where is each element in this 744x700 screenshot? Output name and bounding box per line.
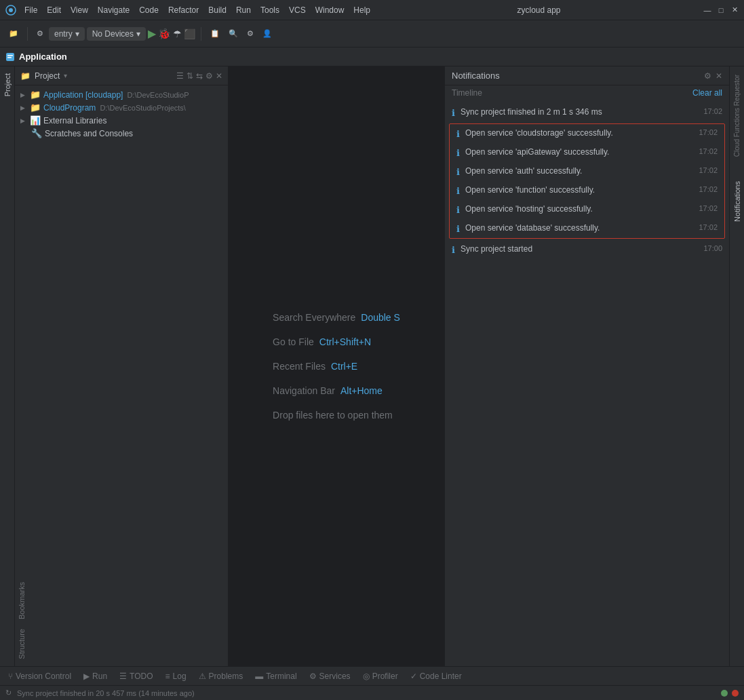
menu-vcs[interactable]: VCS <box>285 4 310 16</box>
notifications-panel: Notifications ⚙ ✕ Timeline Clear all ℹ S… <box>444 66 729 666</box>
notif-time-2: 17:02 <box>699 147 718 155</box>
menu-edit[interactable]: Edit <box>43 4 65 16</box>
toolbar-left: 📁 <box>5 27 22 40</box>
menu-file[interactable]: File <box>20 4 41 16</box>
tab-label-run: Run <box>92 672 107 681</box>
tab-code-linter[interactable]: ✓ Code Linter <box>405 669 467 684</box>
status-indicators <box>721 690 739 697</box>
status-bar: ↻ Sync project finished in 20 s 457 ms (… <box>0 685 744 700</box>
tab-todo[interactable]: ☰ TODO <box>114 669 158 684</box>
tab-run[interactable]: ▶ Run <box>78 669 113 684</box>
tab-problems[interactable]: ⚠ Problems <box>193 669 249 684</box>
devices-chevron-icon: ▾ <box>136 29 140 39</box>
hint-navigation-bar: Navigation Bar Alt+Home <box>273 385 383 396</box>
tab-services[interactable]: ⚙ Services <box>304 669 356 684</box>
bookmarks-label[interactable]: Bookmarks <box>18 582 26 619</box>
clear-all-button[interactable]: Clear all <box>692 88 722 98</box>
menu-refactor[interactable]: Refactor <box>164 4 203 16</box>
chart-icon-external: 📊 <box>30 115 41 125</box>
menu-run[interactable]: Run <box>232 4 255 16</box>
status-text: Sync project finished in 20 s 457 ms (14… <box>17 689 716 697</box>
toolbar-right: 📋 🔍 ⚙ 👤 <box>207 27 275 40</box>
svg-rect-4 <box>7 57 12 58</box>
toolbar-project-icon[interactable]: 📁 <box>5 27 22 40</box>
notif-settings-icon[interactable]: ⚙ <box>704 71 711 81</box>
notifications-strip-label[interactable]: Notifications <box>732 176 743 227</box>
todo-icon: ☰ <box>119 672 127 681</box>
notif-text-0: Sync project finished in 2 m 1 s 346 ms <box>461 107 698 117</box>
tree-item-cloudprogram[interactable]: ▶ 📁 CloudProgram D:\DevEcoStudioProjects… <box>15 101 228 114</box>
tab-log[interactable]: ≡ Log <box>160 669 192 684</box>
search-btn[interactable]: 🔍 <box>225 27 241 40</box>
notif-item-7: ℹ Sync project started 17:00 <box>445 240 729 259</box>
panel-close-icon[interactable]: ✕ <box>216 71 222 81</box>
project-dropdown-icon[interactable]: ▾ <box>64 72 67 79</box>
left-strip-project-icon[interactable]: Project <box>2 69 13 100</box>
project-panel-header: 📁 Project ▾ ☰ ⇅ ⇆ ⚙ ✕ <box>15 66 228 85</box>
editor-area: Search Everywhere Double S Go to File Ct… <box>229 66 444 666</box>
side-labels: Bookmarks Structure <box>15 375 228 666</box>
cloud-functions-strip-label[interactable]: Cloud Functions Requestor <box>732 69 742 162</box>
tree-path-cloudprogram: D:\DevEcoStudioProjects\ <box>100 104 186 112</box>
menu-view[interactable]: View <box>66 4 92 16</box>
tree-item-external-libs[interactable]: ▶ 📊 External Libraries <box>15 114 228 127</box>
menu-tools[interactable]: Tools <box>256 4 283 16</box>
stop-button[interactable]: ⬛ <box>184 28 195 39</box>
tree-arrow-external: ▶ <box>20 117 27 124</box>
window-controls: — □ ✕ <box>703 6 739 14</box>
hint-drop-files: Drop files here to open them <box>273 410 393 421</box>
notif-highlighted-group: ℹ Open service 'cloudstorage' successful… <box>449 123 725 239</box>
minimize-button[interactable]: — <box>703 6 711 14</box>
hint-label-recent: Recent Files <box>273 361 326 372</box>
notif-info-icon-6: ℹ <box>456 224 460 234</box>
panel-expand-icon[interactable]: ⇅ <box>187 71 193 81</box>
tab-version-control[interactable]: ⑂ Version Control <box>3 669 77 684</box>
entry-label: entry <box>54 29 73 39</box>
panel-settings-icon[interactable]: ⚙ <box>205 71 213 81</box>
devices-label: No Devices <box>92 29 134 39</box>
panel-collapse-icon[interactable]: ⇆ <box>196 71 203 81</box>
settings-icon[interactable]: ⚙ <box>33 27 47 40</box>
notif-close-icon[interactable]: ✕ <box>716 71 722 81</box>
timeline-label: Timeline <box>452 88 482 98</box>
coverage-button[interactable]: ☂ <box>173 28 182 39</box>
app-logo <box>5 5 16 16</box>
notif-text-6: Open service 'database' successfully. <box>465 223 693 233</box>
tree-item-scratches[interactable]: 🔧 Scratches and Consoles <box>15 127 228 140</box>
menu-build[interactable]: Build <box>204 4 231 16</box>
maximize-button[interactable]: □ <box>717 6 725 14</box>
app-window-title: zycloud app <box>374 5 703 15</box>
notif-time-6: 17:02 <box>699 223 718 231</box>
folder-icon-application: 📁 <box>30 90 41 100</box>
run-button[interactable]: ▶ <box>148 27 156 40</box>
tab-terminal[interactable]: ▬ Terminal <box>250 669 302 684</box>
panel-layout-icon[interactable]: ☰ <box>176 71 184 81</box>
tree-item-application[interactable]: ▶ 📁 Application [cloudapp] D:\DevEcoStud… <box>15 88 228 101</box>
version-control-icon: ⑂ <box>8 672 13 681</box>
menu-navigate[interactable]: Navigate <box>94 4 134 16</box>
gear-btn[interactable]: ⚙ <box>243 27 257 40</box>
log-icon: ≡ <box>165 672 170 681</box>
notif-item-0: ℹ Sync project finished in 2 m 1 s 346 m… <box>445 103 729 122</box>
notif-text-7: Sync project started <box>461 244 698 254</box>
tree-label-cloudprogram: CloudProgram <box>43 103 96 113</box>
run-tab-icon: ▶ <box>83 672 90 681</box>
app-icon <box>5 52 15 62</box>
account-btn[interactable]: 👤 <box>259 27 275 40</box>
hint-shortcut-nav: Alt+Home <box>340 385 383 396</box>
separator-1 <box>27 27 28 41</box>
tab-profiler[interactable]: ◎ Profiler <box>357 669 404 684</box>
structure-label[interactable]: Structure <box>18 629 26 659</box>
tab-label-todo: TODO <box>130 672 153 681</box>
menu-window[interactable]: Window <box>311 4 349 16</box>
menu-code[interactable]: Code <box>135 4 163 16</box>
tab-label-code-linter: Code Linter <box>420 672 462 681</box>
menu-help[interactable]: Help <box>349 4 374 16</box>
notif-info-icon-4: ℹ <box>456 186 460 196</box>
devices-selector[interactable]: No Devices ▾ <box>87 27 146 41</box>
notif-header-controls: ⚙ ✕ <box>704 71 722 81</box>
profile-btn[interactable]: 📋 <box>207 27 223 40</box>
close-button[interactable]: ✕ <box>730 6 739 14</box>
entry-selector[interactable]: entry ▾ <box>49 27 85 41</box>
debug-button[interactable]: 🐞 <box>158 28 171 40</box>
